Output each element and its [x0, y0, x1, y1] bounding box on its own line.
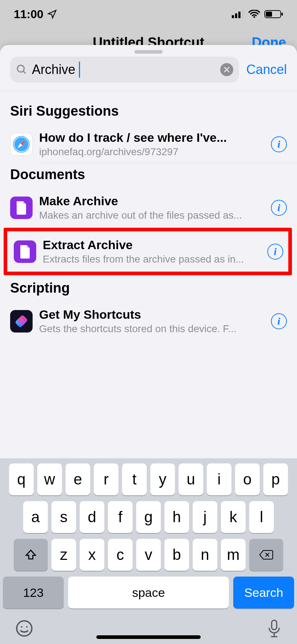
- info-button[interactable]: i: [267, 244, 283, 260]
- status-time: 11:00: [14, 8, 43, 21]
- backspace-key[interactable]: [249, 539, 283, 571]
- shift-key[interactable]: [14, 539, 48, 571]
- key-t[interactable]: t: [122, 463, 147, 495]
- result-title: Extract Archive: [43, 238, 261, 252]
- info-button[interactable]: i: [271, 313, 287, 329]
- emoji-icon[interactable]: [15, 619, 33, 637]
- svg-point-22: [26, 626, 28, 628]
- text-cursor: [79, 62, 80, 78]
- key-b[interactable]: b: [164, 539, 189, 571]
- key-x[interactable]: x: [80, 539, 104, 571]
- keyboard-row-4: 123 space Search: [3, 577, 294, 608]
- result-subtitle: iphonefaq.org/archives/973297: [39, 146, 264, 158]
- siri-suggestion-row[interactable]: How do I track / see where I've... iphon…: [0, 125, 297, 163]
- key-i[interactable]: i: [207, 463, 231, 495]
- key-y[interactable]: y: [150, 463, 175, 495]
- numbers-key[interactable]: 123: [3, 577, 64, 608]
- svg-rect-3: [242, 10, 244, 18]
- result-title: Make Archive: [39, 194, 264, 208]
- info-button[interactable]: i: [271, 200, 287, 216]
- cellular-icon: [232, 10, 244, 18]
- search-text: Archive: [32, 62, 75, 77]
- svg-rect-7: [281, 13, 283, 16]
- section-header-documents: Documents: [0, 163, 297, 189]
- svg-point-21: [21, 626, 22, 628]
- key-f[interactable]: f: [108, 501, 133, 533]
- key-r[interactable]: r: [94, 463, 118, 495]
- keyboard-row-2: a s d f g h j k l: [3, 501, 294, 533]
- backspace-icon: [259, 549, 273, 560]
- key-g[interactable]: g: [136, 501, 161, 533]
- key-c[interactable]: c: [108, 539, 133, 571]
- result-subtitle: Makes an archive out of the files passed…: [39, 210, 264, 221]
- shortcuts-icon: [10, 310, 33, 333]
- x-icon: [223, 66, 230, 73]
- results-list: Siri Suggestions How do I track / see wh…: [0, 91, 297, 340]
- microphone-icon[interactable]: [267, 619, 282, 638]
- cancel-button[interactable]: Cancel: [246, 62, 287, 77]
- result-subtitle: Extracts files from the archive passed a…: [43, 253, 261, 265]
- key-q[interactable]: q: [9, 463, 34, 495]
- key-a[interactable]: a: [23, 501, 48, 533]
- key-v[interactable]: v: [136, 539, 161, 571]
- key-m[interactable]: m: [221, 539, 246, 571]
- wifi-icon: [248, 10, 260, 18]
- highlighted-action: Extract Archive Extracts files from the …: [4, 228, 292, 275]
- shift-icon: [25, 549, 37, 561]
- battery-icon: [264, 10, 283, 18]
- status-bar: 11:00: [0, 0, 297, 28]
- info-button[interactable]: i: [271, 136, 287, 152]
- search-field[interactable]: Archive: [10, 57, 239, 83]
- action-row-make-archive[interactable]: Make Archive Makes an archive out of the…: [0, 189, 297, 226]
- home-indicator[interactable]: [96, 635, 201, 639]
- document-icon: [10, 197, 33, 219]
- result-subtitle: Gets the shortcuts stored on this device…: [39, 323, 264, 335]
- svg-rect-1: [235, 13, 237, 18]
- key-w[interactable]: w: [37, 463, 62, 495]
- section-header-scripting: Scripting: [0, 277, 297, 302]
- svg-rect-23: [272, 620, 277, 629]
- key-d[interactable]: d: [80, 501, 104, 533]
- keyboard: q w e r t y u i o p a s d f g h j k l z: [0, 458, 297, 644]
- keyboard-row-3: z x c v b n m: [3, 539, 294, 571]
- key-s[interactable]: s: [51, 501, 76, 533]
- result-title: How do I track / see where I've...: [39, 131, 264, 145]
- key-k[interactable]: k: [221, 501, 246, 533]
- search-row: Archive Cancel: [0, 57, 297, 91]
- svg-rect-6: [266, 12, 272, 17]
- keyboard-row-1: q w e r t y u i o p: [3, 463, 294, 495]
- result-title: Get My Shortcuts: [39, 307, 264, 322]
- key-z[interactable]: z: [51, 539, 76, 571]
- safari-icon: [10, 133, 33, 156]
- key-n[interactable]: n: [193, 539, 217, 571]
- location-icon: [47, 9, 57, 19]
- svg-point-4: [254, 16, 255, 18]
- action-row-get-my-shortcuts[interactable]: Get My Shortcuts Gets the shortcuts stor…: [0, 302, 297, 340]
- section-header-siri: Siri Suggestions: [0, 100, 297, 125]
- svg-rect-2: [238, 12, 240, 18]
- clear-search-button[interactable]: [220, 63, 233, 76]
- status-icons: [232, 10, 283, 18]
- key-e[interactable]: e: [66, 463, 90, 495]
- space-key[interactable]: space: [68, 577, 229, 608]
- svg-line-9: [23, 71, 26, 74]
- sheet-grabber[interactable]: [134, 50, 163, 54]
- key-h[interactable]: h: [164, 501, 189, 533]
- key-l[interactable]: l: [249, 501, 274, 533]
- search-icon: [16, 64, 28, 75]
- svg-rect-0: [232, 15, 234, 18]
- action-row-extract-archive[interactable]: Extract Archive Extracts files from the …: [10, 234, 287, 269]
- key-o[interactable]: o: [235, 463, 260, 495]
- svg-point-8: [17, 65, 24, 72]
- key-j[interactable]: j: [193, 501, 217, 533]
- key-p[interactable]: p: [263, 463, 288, 495]
- key-u[interactable]: u: [179, 463, 203, 495]
- document-icon: [14, 240, 36, 263]
- search-key[interactable]: Search: [233, 577, 294, 608]
- action-search-sheet: Archive Cancel Siri Suggestions How do I…: [0, 45, 297, 644]
- svg-point-20: [17, 621, 32, 636]
